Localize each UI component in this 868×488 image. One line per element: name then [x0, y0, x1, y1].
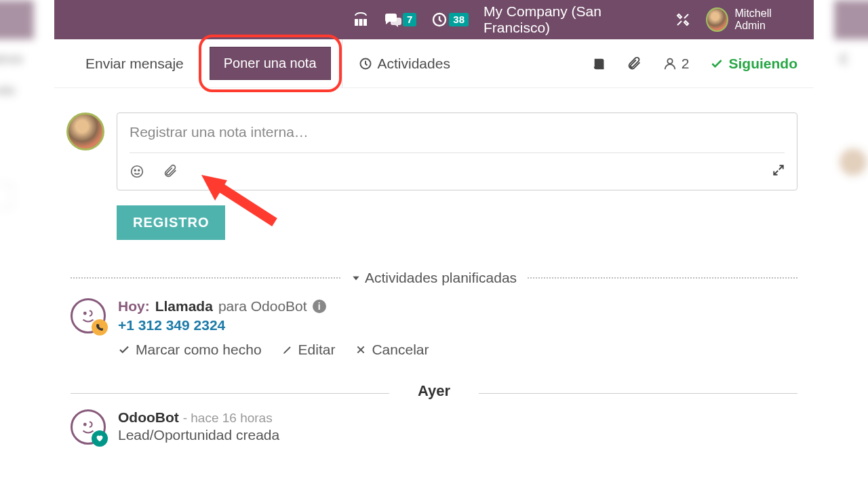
svg-rect-1	[360, 20, 362, 22]
topbar: 7 38 My Company (San Francisco) Mitchell…	[54, 0, 814, 39]
tab-send-message[interactable]: Enviar mensaje	[71, 56, 199, 72]
user-name: Mitchell Admin	[735, 7, 798, 32]
svg-rect-4	[360, 23, 362, 25]
message-text: Lead/Oportunidad creada	[118, 427, 279, 443]
current-user-avatar-icon	[66, 113, 104, 150]
message-author: OdooBot	[118, 409, 179, 425]
svg-point-15	[84, 424, 86, 426]
activity-item: Hoy: Llamada para OdooBot i +1 312 349 2…	[54, 286, 814, 358]
note-placeholder: Registrar una nota interna…	[130, 124, 785, 153]
person-icon	[663, 56, 677, 71]
activity-phone-link[interactable]: +1 312 349 2324	[118, 317, 429, 333]
day-divider-yesterday: Ayer	[54, 358, 814, 400]
followers-button[interactable]: 2	[663, 56, 690, 72]
compose-area: Registrar una nota interna…	[54, 88, 814, 205]
odoobot-avatar-icon	[71, 409, 106, 445]
phone-badge-icon	[92, 319, 108, 336]
pencil-icon	[282, 344, 293, 355]
attachment-icon[interactable]	[627, 56, 642, 71]
following-button[interactable]: Siguiendo	[710, 56, 798, 72]
activities-badge: 38	[449, 13, 469, 26]
book-icon[interactable]	[592, 56, 607, 71]
note-input[interactable]: Registrar una nota interna…	[117, 113, 797, 190]
svg-point-14	[84, 312, 86, 314]
tab-log-note-highlight: Poner una nota	[199, 35, 342, 92]
message-time: - hace 16 horas	[183, 411, 273, 425]
company-selector[interactable]: My Company (San Francisco)	[484, 3, 654, 36]
chat-badge: 7	[403, 13, 416, 26]
attach-icon[interactable]	[163, 164, 178, 179]
caret-down-icon	[351, 273, 361, 283]
user-menu[interactable]: Mitchell Admin	[706, 7, 797, 32]
svg-point-9	[132, 166, 143, 178]
cancel-button[interactable]: Cancelar	[355, 342, 429, 358]
edit-button[interactable]: Editar	[282, 342, 336, 358]
discuss-icon[interactable]: 7	[384, 12, 416, 27]
svg-point-8	[667, 58, 672, 63]
check-icon	[710, 57, 724, 70]
clock-icon	[359, 57, 372, 70]
check-icon	[118, 344, 130, 356]
svg-rect-0	[355, 20, 357, 22]
svg-point-11	[138, 169, 140, 171]
activities-clock-icon[interactable]: 38	[431, 12, 469, 28]
message-item: OdooBot - hace 16 horas Lead/Oportunidad…	[54, 400, 814, 445]
mark-done-button[interactable]: Marcar como hecho	[118, 342, 262, 358]
chatter-tabs: Enviar mensaje Poner una nota Actividade…	[54, 39, 814, 88]
tools-icon[interactable]	[675, 12, 691, 28]
svg-rect-2	[364, 20, 366, 22]
followers-count: 2	[682, 56, 690, 72]
heart-badge-icon	[92, 430, 108, 447]
planned-activities-toggle[interactable]: Actividades planificadas	[54, 270, 814, 286]
svg-rect-3	[355, 23, 357, 25]
expand-icon[interactable]	[772, 164, 785, 179]
close-icon	[355, 344, 366, 355]
emoji-icon[interactable]	[130, 164, 144, 179]
odoobot-avatar-icon	[71, 298, 106, 333]
info-icon[interactable]: i	[313, 300, 326, 313]
phone-voip-icon[interactable]	[353, 12, 369, 28]
svg-point-10	[134, 169, 136, 171]
activity-type: Llamada	[155, 298, 213, 314]
tab-log-note[interactable]: Poner una nota	[210, 47, 331, 80]
tab-activities[interactable]: Actividades	[342, 39, 465, 87]
user-avatar-icon	[706, 7, 728, 32]
activity-today-label: Hoy:	[118, 298, 150, 314]
svg-rect-5	[364, 23, 366, 25]
log-button[interactable]: REGISTRO	[117, 205, 225, 240]
activity-assignee: para OdooBot	[218, 298, 307, 314]
